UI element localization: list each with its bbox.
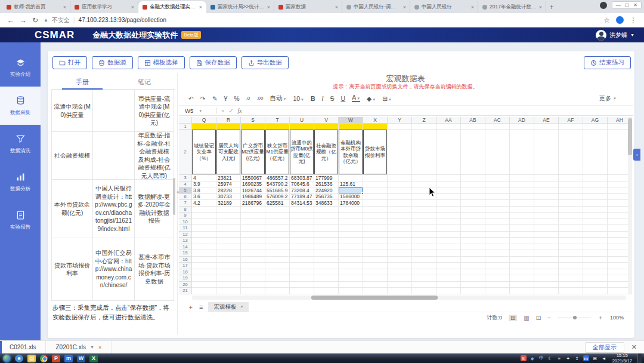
horizontal-scroll-thumb[interactable] xyxy=(311,296,438,300)
cell-Y8[interactable] xyxy=(388,207,412,213)
cell-AB8[interactable] xyxy=(461,207,485,213)
cell-AA17[interactable] xyxy=(436,263,461,269)
row-header-4[interactable]: 4 xyxy=(179,182,192,188)
cell-AC2[interactable] xyxy=(485,130,510,175)
cell-R2[interactable]: 居民人均可支配收入(元) xyxy=(216,130,241,175)
zoom-out-icon[interactable]: − xyxy=(547,315,551,321)
cell-V2[interactable]: 社会融资规模（亿元） xyxy=(314,130,339,175)
cell-Z19[interactable] xyxy=(412,275,436,282)
cell-Q16[interactable] xyxy=(192,257,216,263)
cell-AG2[interactable] xyxy=(583,130,608,175)
cell-U18[interactable] xyxy=(290,269,314,276)
cell-AC5[interactable] xyxy=(485,187,510,194)
cell-W1[interactable] xyxy=(339,124,363,130)
word-icon[interactable]: W xyxy=(77,355,85,362)
borders-icon[interactable]: ⊞▼ xyxy=(382,95,392,102)
cell-Q2[interactable]: 城镇登记失业率（%） xyxy=(192,130,216,175)
cell-AE18[interactable] xyxy=(534,269,559,276)
vertical-scroll-thumb[interactable] xyxy=(628,118,632,155)
cell-Y2[interactable] xyxy=(388,130,412,175)
cell-U20[interactable] xyxy=(290,282,314,288)
cell-AF6[interactable] xyxy=(559,194,583,201)
browser-profile-icon[interactable] xyxy=(600,2,607,9)
cell-AG4[interactable] xyxy=(583,182,608,188)
undo-icon[interactable]: ↶ xyxy=(188,95,194,102)
cell-W21[interactable] xyxy=(339,288,363,294)
show-desktop-button[interactable] xyxy=(637,353,642,363)
cell-AA10[interactable] xyxy=(436,219,461,226)
increase-decimal-icon[interactable]: .00 xyxy=(256,96,263,101)
ie-icon[interactable]: e xyxy=(15,355,23,362)
explorer-icon[interactable]: ▤ xyxy=(27,355,36,362)
browser-tab[interactable]: 中国人民银行-调查统计司...× xyxy=(342,1,410,13)
cell-S15[interactable] xyxy=(241,250,265,257)
cancel-entry-icon[interactable]: × xyxy=(221,107,225,114)
row-header-10[interactable]: 10 xyxy=(179,219,192,226)
column-header-AF[interactable]: AF xyxy=(559,117,583,124)
cell-AB10[interactable] xyxy=(461,219,485,226)
cell-Z9[interactable] xyxy=(412,213,436,219)
cell-U1[interactable] xyxy=(290,124,314,130)
excel-icon[interactable]: X xyxy=(89,355,98,362)
cell-T6[interactable]: 576009.2 xyxy=(265,194,290,201)
cell-AG17[interactable] xyxy=(583,263,608,269)
cell-AA8[interactable] xyxy=(436,207,461,213)
column-header-AB[interactable]: AB xyxy=(461,117,485,124)
cell-AC7[interactable] xyxy=(485,200,510,207)
cell-AC3[interactable] xyxy=(485,175,510,182)
export-data-button[interactable]: 导出数据 xyxy=(242,56,289,69)
side-collapse-handle[interactable]: ‹ xyxy=(633,149,640,161)
cell-AF16[interactable] xyxy=(559,257,583,263)
tray-icon[interactable]: ≡ xyxy=(556,355,562,361)
cell-AB18[interactable] xyxy=(461,269,485,276)
cell-AB11[interactable] xyxy=(461,225,485,232)
row-header-9[interactable]: 9 xyxy=(179,213,192,219)
row-header-21[interactable]: 21 xyxy=(179,288,192,294)
tray-icon[interactable]: 中 xyxy=(538,355,544,361)
cell-W6[interactable]: 1586000 xyxy=(339,194,363,201)
column-header-V[interactable]: V xyxy=(314,117,339,124)
cell-AG6[interactable] xyxy=(583,194,608,201)
cell-Z17[interactable] xyxy=(412,263,436,269)
cell-R19[interactable] xyxy=(216,275,241,282)
column-header-AA[interactable]: AA xyxy=(436,117,461,124)
normal-view-icon[interactable]: ⊞ xyxy=(509,315,517,321)
cell-U10[interactable] xyxy=(290,219,314,226)
cell-Z20[interactable] xyxy=(412,282,436,288)
cell-U2[interactable]: 流通中的货币M0供应量(亿元) xyxy=(290,130,314,175)
cell-AE19[interactable] xyxy=(534,275,559,282)
cell-AA18[interactable] xyxy=(436,269,461,276)
cell-AE2[interactable] xyxy=(534,130,559,175)
cell-Q1[interactable] xyxy=(192,124,216,130)
cell-AD19[interactable] xyxy=(510,275,534,282)
file-tab-z0201c[interactable]: Z0201C.xls ▼ × xyxy=(46,341,112,354)
cell-X3[interactable] xyxy=(363,175,388,182)
back-icon[interactable]: ← xyxy=(7,16,14,24)
tab-close-icon[interactable]: × xyxy=(471,4,474,10)
cell-X15[interactable] xyxy=(363,250,388,257)
cell-T16[interactable] xyxy=(265,257,290,263)
cell-AG7[interactable] xyxy=(583,200,608,207)
cell-AC17[interactable] xyxy=(485,263,510,269)
cell-Y10[interactable] xyxy=(388,219,412,226)
cell-AC19[interactable] xyxy=(485,275,510,282)
cell-W9[interactable] xyxy=(339,213,363,219)
sidebar-item-3[interactable]: 数据清洗 xyxy=(0,125,41,163)
url-field[interactable]: ▲ 不安全 | 47.100.223.13:93/page/collection xyxy=(44,16,166,24)
cell-U13[interactable] xyxy=(290,238,314,244)
reload-icon[interactable]: ↻ xyxy=(32,16,38,24)
cell-AD1[interactable] xyxy=(510,124,534,130)
cell-AG13[interactable] xyxy=(583,238,608,244)
row-header-11[interactable]: 11 xyxy=(179,225,192,232)
tray-icon[interactable]: ⊟ xyxy=(592,355,598,361)
row-header-2[interactable]: 2 xyxy=(179,130,192,175)
cell-AC12[interactable] xyxy=(485,232,510,238)
cell-AE17[interactable] xyxy=(534,263,559,269)
column-header-Z[interactable]: Z xyxy=(412,117,436,124)
cell-AF13[interactable] xyxy=(559,238,583,244)
cell-V8[interactable] xyxy=(314,207,339,213)
cell-R10[interactable] xyxy=(216,219,241,226)
cell-AB16[interactable] xyxy=(461,257,485,263)
column-header-AG[interactable]: AG xyxy=(583,117,608,124)
number-format-dropdown[interactable]: 自动▼ xyxy=(270,94,286,103)
